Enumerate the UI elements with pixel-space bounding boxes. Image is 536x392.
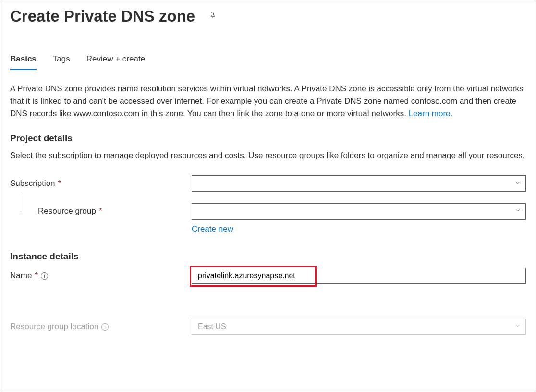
create-new-rg-link[interactable]: Create new xyxy=(192,224,233,234)
tab-review-create[interactable]: Review + create xyxy=(86,54,145,70)
required-asterisk: * xyxy=(58,179,61,188)
learn-more-link[interactable]: Learn more. xyxy=(409,109,453,118)
required-asterisk: * xyxy=(99,207,102,216)
location-select: East US xyxy=(192,318,526,335)
info-icon[interactable]: i xyxy=(101,323,109,331)
pin-icon[interactable] xyxy=(208,11,217,22)
intro-text: A Private DNS zone provides name resolut… xyxy=(10,83,526,120)
required-asterisk: * xyxy=(35,271,38,281)
page-title: Create Private DNS zone xyxy=(10,7,195,25)
subscription-select[interactable] xyxy=(192,175,526,192)
instance-details-heading: Instance details xyxy=(10,251,526,262)
resource-group-label: Resource group xyxy=(38,207,96,216)
tree-connector xyxy=(21,194,35,212)
tab-bar: Basics Tags Review + create xyxy=(10,54,526,70)
subscription-label: Subscription xyxy=(10,179,55,188)
location-label: Resource group location xyxy=(10,322,98,331)
name-label: Name xyxy=(10,271,32,281)
project-details-heading: Project details xyxy=(10,133,526,144)
name-input[interactable] xyxy=(192,268,526,284)
tab-basics[interactable]: Basics xyxy=(10,54,37,70)
resource-group-select[interactable] xyxy=(192,203,526,220)
project-details-desc: Select the subscription to manage deploy… xyxy=(10,149,526,162)
info-icon[interactable]: i xyxy=(41,272,48,280)
tab-tags[interactable]: Tags xyxy=(53,54,70,70)
